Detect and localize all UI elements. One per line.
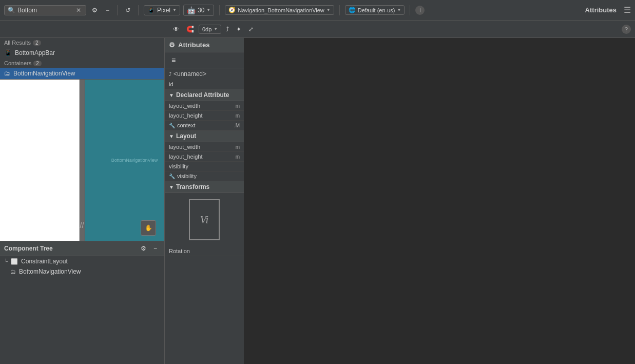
wrench-icon: 🔧	[169, 123, 175, 128]
nav-dropdown-arrow: ▼	[326, 8, 331, 12]
eye-button[interactable]: 👁	[170, 24, 182, 34]
context-row[interactable]: 🔧 context .M	[165, 121, 244, 130]
layout-height-value: m	[236, 113, 240, 119]
rotation-row: Rotation	[165, 246, 244, 256]
unnamed-arrow-icon: ⤴	[169, 71, 171, 77]
search-input[interactable]	[17, 7, 74, 14]
visibility2-row[interactable]: 🔧 visibility	[165, 171, 244, 181]
nav-icon: 🧭	[228, 7, 236, 13]
layout-width-value: m	[236, 103, 240, 109]
preview-text: Vi	[200, 214, 208, 226]
tree-settings-button[interactable]: ⚙	[138, 243, 149, 254]
nav-dropdown[interactable]: 🧭 Navigation_BottomNavigationView ▼	[225, 5, 334, 15]
separator-3	[219, 5, 220, 15]
component-tree-actions: ⚙ −	[138, 243, 160, 254]
locale-dropdown-arrow: ▼	[397, 8, 401, 12]
attr-filter-button[interactable]: ≡	[169, 54, 178, 66]
visibility-label: visibility	[169, 163, 238, 169]
device-dropdown[interactable]: 📱 Pixel ▼	[144, 5, 180, 15]
component-tree-title: Component Tree	[4, 245, 53, 252]
help-button[interactable]: ?	[622, 25, 631, 34]
dp-dropdown-arrow: ▼	[214, 27, 218, 31]
containers-label: Containers	[4, 60, 31, 66]
bottom-nav-icon: 🗂	[4, 70, 10, 77]
preview-area: Vi	[165, 193, 244, 246]
path-button[interactable]: ⤴	[223, 24, 232, 34]
declared-attr-chevron: ▼	[169, 92, 174, 98]
phone-teal: BottomNavigationView	[85, 80, 164, 241]
magnet-button[interactable]: 🧲	[184, 24, 197, 34]
bottom-app-bar-result[interactable]: 📱 BottomAppBar	[0, 47, 164, 59]
phone-white	[0, 80, 80, 241]
layout-width-label: layout_width	[169, 103, 234, 109]
separator-1	[117, 5, 118, 15]
refresh-button[interactable]: ↺	[123, 5, 133, 15]
bottom-app-bar-icon: 📱	[4, 49, 12, 56]
bottom-nav-tree-item[interactable]: 🗂 BottomNavigationView	[0, 266, 164, 277]
constraint-layout-label: ConstraintLayout	[21, 258, 68, 265]
device-dropdown-arrow: ▼	[172, 8, 177, 12]
locale-icon: 🌐	[349, 7, 356, 13]
nav-label: Navigation_BottomNavigationView	[238, 7, 324, 13]
search-box[interactable]: 🔍 ✕	[4, 5, 86, 15]
visibility-row[interactable]: visibility	[165, 162, 244, 171]
context-label: context	[177, 122, 232, 128]
constraint-layout-item[interactable]: └ ⬜ ConstraintLayout	[0, 256, 164, 266]
search-results-panel: All Results 2 📱 BottomAppBar Containers …	[0, 38, 164, 80]
layout-width2-row[interactable]: layout_width m	[165, 142, 244, 152]
expand-button[interactable]: ⤢	[246, 24, 256, 34]
canvas-area[interactable]: ⚙ ⚙ BottomNavigationView // ✋	[0, 80, 164, 241]
declared-attr-label: Declared Attribute	[176, 91, 229, 99]
component-tree-panel: Component Tree ⚙ − └ ⬜ ConstraintLayout …	[0, 241, 164, 364]
hamburger-menu[interactable]: ☰	[624, 5, 631, 15]
all-results-category: All Results 2	[0, 38, 164, 47]
dp-dropdown[interactable]: 0dp ▼	[199, 25, 221, 34]
search-icon: 🔍	[8, 7, 15, 14]
tree-collapse-button[interactable]: −	[151, 243, 160, 254]
rotation-label: Rotation	[169, 248, 240, 254]
collapse-button[interactable]: −	[103, 5, 112, 15]
settings-button[interactable]: ⚙	[89, 5, 100, 15]
left-panel: All Results 2 📱 BottomAppBar Containers …	[0, 38, 164, 364]
layout-section-header[interactable]: ▼ Layout	[165, 130, 244, 142]
layout-height-row[interactable]: layout_height m	[165, 111, 244, 121]
separator-5	[410, 5, 410, 15]
attributes-title: Attributes	[178, 41, 209, 49]
api-dropdown[interactable]: 🤖 30 ▼	[183, 5, 214, 16]
all-results-badge: 2	[33, 40, 41, 46]
bottom-nav-tree-icon: 🗂	[10, 269, 16, 275]
info-button[interactable]: i	[415, 6, 425, 15]
attributes-title-top: Attributes	[585, 6, 617, 14]
snap-button[interactable]: ✦	[234, 24, 244, 34]
unnamed-label: <unnamed>	[174, 70, 206, 78]
visibility2-label: visibility	[177, 173, 238, 179]
attr-id-row[interactable]: id	[165, 80, 244, 89]
hand-tool-button[interactable]: ✋	[141, 220, 156, 236]
separator-2	[138, 5, 139, 15]
phone-teal-label: BottomNavigationView	[111, 158, 158, 163]
component-tree-header: Component Tree ⚙ −	[0, 241, 164, 256]
layout-height-label: layout_height	[169, 112, 234, 119]
bottom-nav-label: BottomNavigationView	[13, 70, 75, 77]
transforms-section-header[interactable]: ▼ Transforms	[165, 181, 244, 193]
device-label: Pixel	[157, 7, 170, 14]
bottom-nav-result[interactable]: 🗂 BottomNavigationView	[0, 68, 164, 79]
attr-unnamed-row: ⤴ <unnamed>	[165, 68, 244, 80]
android-icon: 🤖	[187, 6, 196, 14]
transforms-label: Transforms	[176, 183, 209, 190]
declared-attr-header[interactable]: ▼ Declared Attribute	[165, 89, 244, 101]
top-toolbar: 🔍 ✕ ⚙ − ↺ 📱 Pixel ▼ 🤖 30 ▼ 🧭 Navigation_…	[0, 0, 635, 21]
all-results-label: All Results	[4, 40, 31, 46]
locale-dropdown[interactable]: 🌐 Default (en-us) ▼	[345, 5, 405, 15]
zoom-indicator: //	[80, 221, 84, 229]
phone-icon: 📱	[147, 7, 155, 14]
layout-height2-row[interactable]: layout_height m	[165, 152, 244, 162]
locale-label: Default (en-us)	[358, 7, 395, 13]
clear-search-icon[interactable]: ✕	[76, 7, 81, 14]
layout-section-label: Layout	[176, 132, 196, 140]
layout-width-row[interactable]: layout_width m	[165, 101, 244, 111]
wrench-icon-2: 🔧	[169, 174, 175, 179]
transforms-chevron: ▼	[169, 184, 174, 190]
constraint-layout-expand-icon: └	[4, 259, 8, 264]
id-label: id	[169, 81, 240, 87]
